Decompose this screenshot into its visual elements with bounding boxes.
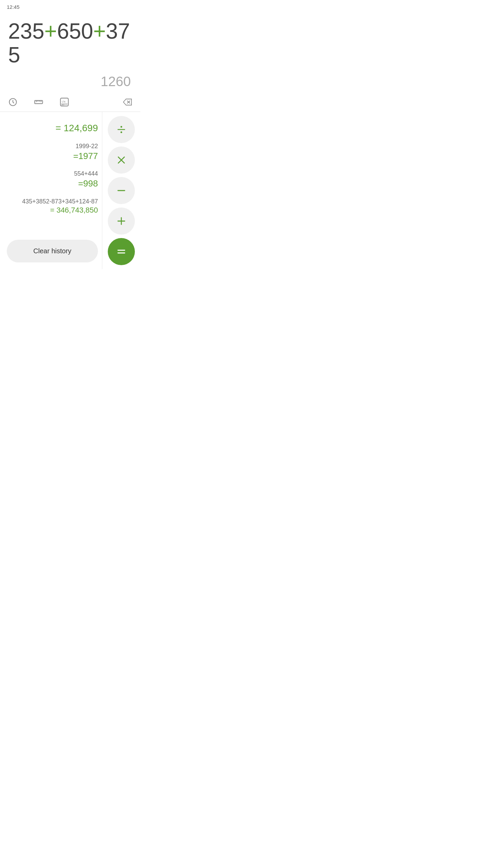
equals-icon [116, 246, 127, 257]
history-expression: 554+444 [7, 170, 98, 178]
list-item[interactable]: = 124,699 [7, 117, 98, 138]
svg-text:√π: √π [62, 100, 66, 103]
formula-icon: √π e= [60, 97, 69, 107]
divide-button[interactable] [108, 116, 135, 143]
history-expression: 435+3852-873+345+124-87 [7, 198, 98, 205]
backspace-icon [123, 97, 132, 107]
svg-text:e=: e= [62, 103, 64, 106]
history-result: =998 [7, 178, 98, 190]
history-result: = 124,699 [7, 122, 98, 134]
status-bar: 12:45 [0, 0, 140, 13]
result-preview: 1260 [8, 74, 132, 89]
list-item[interactable]: 554+444 =998 [7, 165, 98, 193]
history-icon [8, 97, 18, 107]
history-result: =1977 [7, 151, 98, 162]
main-expression: 235+650+375 [8, 19, 132, 67]
minus-button[interactable] [108, 177, 135, 204]
backspace-button[interactable] [120, 95, 135, 110]
formula-button[interactable]: √π e= [57, 95, 72, 110]
multiply-button[interactable] [108, 146, 135, 174]
ruler-icon [34, 97, 43, 107]
svg-rect-1 [35, 100, 42, 103]
toolbar: √π e= [0, 93, 140, 112]
history-button[interactable] [5, 95, 20, 110]
svg-point-12 [121, 126, 122, 127]
minus-icon [116, 185, 127, 196]
list-item[interactable]: 1999-22 =1977 [7, 138, 98, 165]
history-expression: 1999-22 [7, 142, 98, 150]
main-content: = 124,699 1999-22 =1977 554+444 =998 435… [0, 112, 140, 269]
divide-icon [116, 124, 127, 135]
multiply-icon [116, 154, 127, 166]
history-panel: = 124,699 1999-22 =1977 554+444 =998 435… [0, 112, 102, 269]
equals-button[interactable] [108, 238, 135, 265]
clock: 12:45 [7, 4, 20, 10]
plus-icon [116, 215, 127, 227]
history-result: = 346,743,850 [7, 205, 98, 215]
ruler-button[interactable] [31, 95, 46, 110]
clear-history-button[interactable]: Clear history [7, 240, 98, 262]
list-item[interactable]: 435+3852-873+345+124-87 = 346,743,850 [7, 193, 98, 219]
display-area: 235+650+375 1260 [0, 13, 140, 93]
operators-panel [102, 112, 140, 269]
clear-history-area: Clear history [7, 232, 98, 262]
svg-point-14 [121, 131, 122, 133]
plus-button[interactable] [108, 208, 135, 235]
